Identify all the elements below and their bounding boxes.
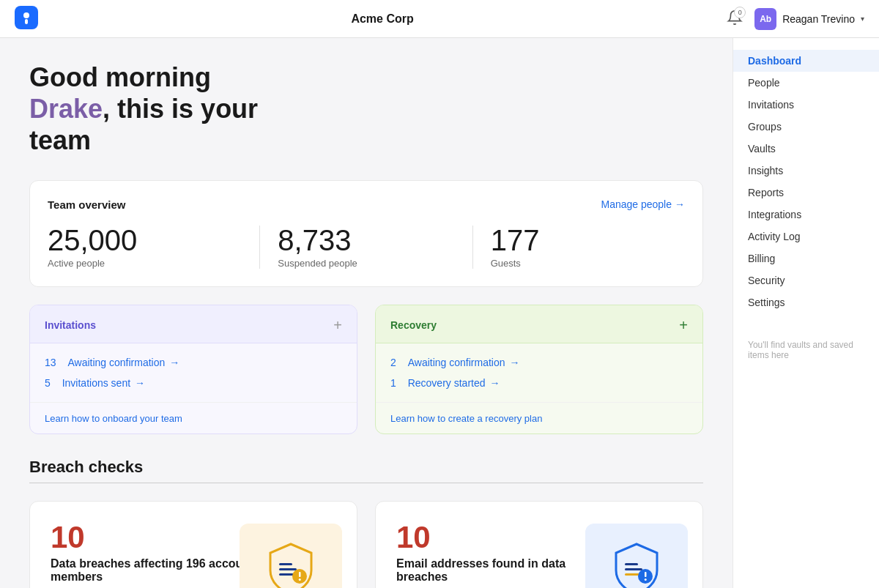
greeting-text: Good morning Drake, this is your team — [29, 62, 703, 157]
invitations-awaiting-link[interactable]: 13 Awaiting confirmation → — [45, 352, 342, 373]
sidebar-item-people[interactable]: People — [733, 72, 879, 94]
team-overview-card: Team overview Manage people → 25,000 Act… — [29, 180, 703, 287]
stat-label-active: Active people — [48, 258, 242, 269]
sidebar-item-billing[interactable]: Billing — [733, 248, 879, 269]
svg-rect-10 — [625, 568, 642, 570]
recovery-learn: Learn how to create a recovery plan — [376, 402, 702, 433]
sidebar-item-invitations[interactable]: Invitations — [733, 94, 879, 116]
invitations-card-title: Invitations — [45, 319, 96, 331]
invitations-card-body: 13 Awaiting confirmation → 5 Invitations… — [30, 343, 357, 402]
recovery-awaiting-count: 2 — [390, 357, 396, 368]
stat-number-guests: 177 — [491, 226, 685, 255]
stats-row: 25,000 Active people 8,733 Suspended peo… — [48, 226, 685, 269]
invitations-add-button[interactable]: + — [333, 317, 342, 334]
breach-illustration-1 — [240, 524, 342, 588]
invitations-card: Invitations + 13 Awaiting confirmation →… — [29, 305, 357, 434]
topbar-right: 0 Ab Reagan Trevino ▾ — [727, 8, 864, 30]
invitations-learn: Learn how to onboard your team — [30, 402, 357, 433]
sidebar-item-reports[interactable]: Reports — [733, 182, 879, 204]
stat-guests: 177 Guests — [472, 226, 685, 269]
greeting-name: Drake — [29, 94, 103, 124]
svg-point-1 — [23, 12, 29, 18]
chevron-down-icon: ▾ — [861, 15, 864, 23]
avatar: Ab — [754, 8, 776, 30]
recovery-started-count: 1 — [390, 377, 396, 389]
breach-checks-title: Breach checks — [29, 458, 703, 477]
arrow-right-icon: → — [135, 377, 145, 389]
svg-rect-3 — [279, 563, 292, 565]
team-overview-header: Team overview Manage people → — [48, 198, 685, 211]
manage-people-link[interactable]: Manage people → — [601, 198, 685, 210]
svg-rect-13 — [645, 572, 647, 577]
sidebar-item-groups[interactable]: Groups — [733, 116, 879, 138]
breach-desc-1: Data breaches affecting 196 account memb… — [51, 557, 256, 584]
sidebar-vaults-hint: You'll find vaults and saved items here — [733, 328, 879, 372]
sidebar-item-insights[interactable]: Insights — [733, 160, 879, 182]
invitations-learn-link[interactable]: Learn how to onboard your team — [45, 413, 182, 424]
svg-rect-2 — [25, 19, 28, 24]
cards-row: Invitations + 13 Awaiting confirmation →… — [29, 305, 703, 434]
breach-desc-2: Email addresses found in data breaches — [396, 557, 601, 584]
bell-badge: 0 — [734, 7, 746, 18]
recovery-learn-link[interactable]: Learn how to create a recovery plan — [390, 413, 542, 424]
logo[interactable] — [15, 6, 38, 32]
breach-checks-section: Breach checks 10 Data breaches affecting… — [29, 458, 703, 588]
breach-shield-icon-1 — [262, 538, 320, 588]
arrow-right-icon: → — [675, 198, 685, 210]
sidebar: Dashboard People Invitations Groups Vaul… — [732, 38, 879, 588]
layout: Good morning Drake, this is your team Te… — [0, 38, 879, 588]
stat-active-people: 25,000 Active people — [48, 226, 259, 269]
svg-rect-7 — [299, 572, 301, 577]
invitations-sent-count: 5 — [45, 377, 51, 389]
invitations-sent-link[interactable]: 5 Invitations sent → — [45, 373, 342, 393]
stat-suspended-people: 8,733 Suspended people — [259, 226, 472, 269]
recovery-card-title: Recovery — [390, 319, 437, 331]
breach-shield-icon-2 — [607, 538, 666, 588]
sidebar-item-settings[interactable]: Settings — [733, 291, 879, 313]
greeting: Good morning Drake, this is your team — [29, 62, 703, 157]
sidebar-item-vaults[interactable]: Vaults — [733, 138, 879, 160]
user-name: Reagan Trevino — [782, 13, 855, 25]
stat-label-suspended: Suspended people — [278, 258, 472, 269]
recovery-card: Recovery + 2 Awaiting confirmation → 1 R… — [375, 305, 703, 434]
svg-rect-9 — [625, 563, 638, 565]
svg-rect-5 — [279, 573, 294, 576]
section-divider — [29, 483, 703, 483]
sidebar-item-integrations[interactable]: Integrations — [733, 204, 879, 226]
stat-number-active: 25,000 — [48, 226, 242, 255]
topbar: Acme Corp 0 Ab Reagan Trevino ▾ — [0, 0, 879, 38]
invitations-card-header: Invitations + — [30, 305, 357, 343]
breach-cards-row: 10 Data breaches affecting 196 account m… — [29, 501, 703, 588]
recovery-started-link[interactable]: 1 Recovery started → — [390, 373, 688, 393]
greeting-line1: Good morning — [29, 62, 211, 92]
svg-point-8 — [299, 578, 301, 581]
recovery-card-body: 2 Awaiting confirmation → 1 Recovery sta… — [376, 343, 702, 402]
invitations-awaiting-label — [61, 357, 64, 368]
main-content: Good morning Drake, this is your team Te… — [0, 38, 732, 588]
recovery-card-header: Recovery + — [376, 305, 702, 343]
recovery-add-button[interactable]: + — [679, 317, 688, 334]
app-title: Acme Corp — [351, 12, 413, 26]
notification-bell[interactable]: 0 — [727, 10, 743, 29]
sidebar-item-activity-log[interactable]: Activity Log — [733, 226, 879, 248]
sidebar-item-security[interactable]: Security — [733, 269, 879, 291]
illustration-bg-1 — [240, 524, 342, 588]
arrow-right-icon: → — [510, 357, 520, 368]
sidebar-nav: Dashboard People Invitations Groups Vaul… — [733, 50, 879, 313]
sidebar-item-dashboard[interactable]: Dashboard — [733, 50, 879, 72]
team-overview-title: Team overview — [48, 198, 125, 211]
breach-card-2: 10 Email addresses found in data breache… — [375, 501, 703, 588]
user-menu[interactable]: Ab Reagan Trevino ▾ — [754, 8, 864, 30]
recovery-awaiting-link[interactable]: 2 Awaiting confirmation → — [390, 352, 688, 373]
stat-number-suspended: 8,733 — [278, 226, 472, 255]
breach-illustration-2 — [585, 524, 688, 588]
svg-rect-4 — [279, 568, 297, 570]
greeting-line3: team — [29, 125, 91, 155]
arrow-right-icon: → — [490, 377, 500, 389]
arrow-right-icon: → — [169, 357, 179, 368]
svg-point-14 — [645, 578, 647, 581]
illustration-bg-2 — [585, 524, 688, 588]
breach-card-1: 10 Data breaches affecting 196 account m… — [29, 501, 357, 588]
invitations-awaiting-count: 13 — [45, 357, 56, 368]
stat-label-guests: Guests — [491, 258, 685, 269]
